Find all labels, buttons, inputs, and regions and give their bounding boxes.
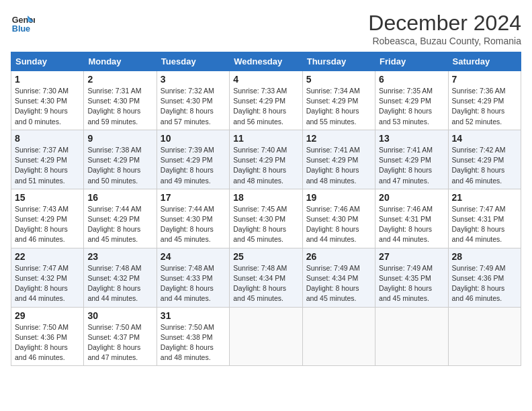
day-number: 19 <box>306 192 371 203</box>
day-info: Sunrise: 7:49 AMSunset: 4:34 PMDaylight:… <box>306 264 360 303</box>
day-info: Sunrise: 7:44 AMSunset: 4:30 PMDaylight:… <box>161 205 214 244</box>
day-cell-19: 19 Sunrise: 7:46 AMSunset: 4:30 PMDaylig… <box>302 189 375 248</box>
weekday-thursday: Thursday <box>302 52 375 71</box>
day-info: Sunrise: 7:48 AMSunset: 4:32 PMDaylight:… <box>87 264 141 303</box>
week-row-1: 1 Sunrise: 7:30 AMSunset: 4:30 PMDayligh… <box>11 71 521 130</box>
day-number: 6 <box>379 74 444 85</box>
day-cell-30: 30 Sunrise: 7:50 AMSunset: 4:37 PMDaylig… <box>84 307 157 366</box>
day-number: 23 <box>87 251 152 262</box>
weekday-tuesday: Tuesday <box>157 52 229 71</box>
day-number: 24 <box>161 251 226 262</box>
day-info: Sunrise: 7:47 AMSunset: 4:31 PMDaylight:… <box>452 205 506 244</box>
day-cell-27: 27 Sunrise: 7:49 AMSunset: 4:35 PMDaylig… <box>375 248 448 307</box>
day-number: 7 <box>452 74 517 85</box>
day-cell-18: 18 Sunrise: 7:45 AMSunset: 4:30 PMDaylig… <box>230 189 302 248</box>
day-cell-2: 2 Sunrise: 7:31 AMSunset: 4:30 PMDayligh… <box>84 71 157 130</box>
empty-cell <box>302 307 375 366</box>
day-info: Sunrise: 7:38 AMSunset: 4:29 PMDaylight:… <box>87 146 141 185</box>
weekday-wednesday: Wednesday <box>230 52 302 71</box>
weekday-saturday: Saturday <box>448 52 521 71</box>
day-number: 22 <box>15 251 80 262</box>
logo-icon: General Blue <box>11 11 35 35</box>
day-cell-15: 15 Sunrise: 7:43 AMSunset: 4:29 PMDaylig… <box>11 189 84 248</box>
day-info: Sunrise: 7:41 AMSunset: 4:29 PMDaylight:… <box>379 146 433 185</box>
day-cell-24: 24 Sunrise: 7:48 AMSunset: 4:33 PMDaylig… <box>157 248 229 307</box>
day-info: Sunrise: 7:35 AMSunset: 4:29 PMDaylight:… <box>379 87 433 126</box>
empty-cell <box>375 307 448 366</box>
day-info: Sunrise: 7:43 AMSunset: 4:29 PMDaylight:… <box>15 205 69 244</box>
day-cell-28: 28 Sunrise: 7:49 AMSunset: 4:36 PMDaylig… <box>448 248 521 307</box>
day-info: Sunrise: 7:40 AMSunset: 4:29 PMDaylight:… <box>233 146 287 185</box>
day-number: 27 <box>379 251 444 262</box>
day-number: 17 <box>161 192 226 203</box>
day-info: Sunrise: 7:50 AMSunset: 4:37 PMDaylight:… <box>87 323 141 362</box>
day-info: Sunrise: 7:46 AMSunset: 4:31 PMDaylight:… <box>379 205 433 244</box>
day-cell-3: 3 Sunrise: 7:32 AMSunset: 4:30 PMDayligh… <box>157 71 229 130</box>
day-number: 9 <box>87 133 152 144</box>
day-number: 29 <box>15 310 80 321</box>
day-info: Sunrise: 7:48 AMSunset: 4:34 PMDaylight:… <box>233 264 287 303</box>
calendar-table: SundayMondayTuesdayWednesdayThursdayFrid… <box>11 52 521 366</box>
svg-text:Blue: Blue <box>12 24 30 34</box>
week-row-5: 29 Sunrise: 7:50 AMSunset: 4:36 PMDaylig… <box>11 307 521 366</box>
weekday-monday: Monday <box>84 52 157 71</box>
day-number: 11 <box>233 133 298 144</box>
day-cell-26: 26 Sunrise: 7:49 AMSunset: 4:34 PMDaylig… <box>302 248 375 307</box>
day-cell-31: 31 Sunrise: 7:50 AMSunset: 4:38 PMDaylig… <box>157 307 229 366</box>
day-info: Sunrise: 7:47 AMSunset: 4:32 PMDaylight:… <box>15 264 69 303</box>
day-info: Sunrise: 7:46 AMSunset: 4:30 PMDaylight:… <box>306 205 360 244</box>
day-info: Sunrise: 7:33 AMSunset: 4:29 PMDaylight:… <box>233 87 287 126</box>
day-info: Sunrise: 7:50 AMSunset: 4:36 PMDaylight:… <box>15 323 69 362</box>
logo: General Blue <box>11 11 35 35</box>
day-number: 15 <box>15 192 80 203</box>
location: Robeasca, Buzau County, Romania <box>368 36 521 46</box>
day-info: Sunrise: 7:30 AMSunset: 4:30 PMDaylight:… <box>15 87 69 126</box>
day-info: Sunrise: 7:50 AMSunset: 4:38 PMDaylight:… <box>161 323 214 362</box>
day-cell-13: 13 Sunrise: 7:41 AMSunset: 4:29 PMDaylig… <box>375 130 448 189</box>
day-number: 3 <box>161 74 226 85</box>
day-cell-17: 17 Sunrise: 7:44 AMSunset: 4:30 PMDaylig… <box>157 189 229 248</box>
day-cell-12: 12 Sunrise: 7:41 AMSunset: 4:29 PMDaylig… <box>302 130 375 189</box>
day-cell-9: 9 Sunrise: 7:38 AMSunset: 4:29 PMDayligh… <box>84 130 157 189</box>
day-number: 5 <box>306 74 371 85</box>
day-number: 13 <box>379 133 444 144</box>
empty-cell <box>448 307 521 366</box>
day-info: Sunrise: 7:37 AMSunset: 4:29 PMDaylight:… <box>15 146 69 185</box>
page-header: General Blue December 2024 Robeasca, Buz… <box>11 11 521 46</box>
day-cell-29: 29 Sunrise: 7:50 AMSunset: 4:36 PMDaylig… <box>11 307 84 366</box>
day-info: Sunrise: 7:45 AMSunset: 4:30 PMDaylight:… <box>233 205 287 244</box>
day-cell-20: 20 Sunrise: 7:46 AMSunset: 4:31 PMDaylig… <box>375 189 448 248</box>
day-cell-7: 7 Sunrise: 7:36 AMSunset: 4:29 PMDayligh… <box>448 71 521 130</box>
day-cell-14: 14 Sunrise: 7:42 AMSunset: 4:29 PMDaylig… <box>448 130 521 189</box>
day-cell-8: 8 Sunrise: 7:37 AMSunset: 4:29 PMDayligh… <box>11 130 84 189</box>
day-number: 30 <box>87 310 152 321</box>
day-info: Sunrise: 7:49 AMSunset: 4:35 PMDaylight:… <box>379 264 433 303</box>
day-number: 21 <box>452 192 517 203</box>
day-number: 28 <box>452 251 517 262</box>
day-info: Sunrise: 7:48 AMSunset: 4:33 PMDaylight:… <box>161 264 214 303</box>
day-number: 8 <box>15 133 80 144</box>
day-number: 25 <box>233 251 298 262</box>
day-info: Sunrise: 7:42 AMSunset: 4:29 PMDaylight:… <box>452 146 506 185</box>
day-info: Sunrise: 7:36 AMSunset: 4:29 PMDaylight:… <box>452 87 506 126</box>
week-row-3: 15 Sunrise: 7:43 AMSunset: 4:29 PMDaylig… <box>11 189 521 248</box>
day-info: Sunrise: 7:32 AMSunset: 4:30 PMDaylight:… <box>161 87 214 126</box>
day-cell-1: 1 Sunrise: 7:30 AMSunset: 4:30 PMDayligh… <box>11 71 84 130</box>
day-number: 14 <box>452 133 517 144</box>
day-info: Sunrise: 7:34 AMSunset: 4:29 PMDaylight:… <box>306 87 360 126</box>
day-cell-23: 23 Sunrise: 7:48 AMSunset: 4:32 PMDaylig… <box>84 248 157 307</box>
day-number: 12 <box>306 133 371 144</box>
day-info: Sunrise: 7:44 AMSunset: 4:29 PMDaylight:… <box>87 205 141 244</box>
day-cell-10: 10 Sunrise: 7:39 AMSunset: 4:29 PMDaylig… <box>157 130 229 189</box>
day-info: Sunrise: 7:41 AMSunset: 4:29 PMDaylight:… <box>306 146 360 185</box>
weekday-friday: Friday <box>375 52 448 71</box>
day-number: 4 <box>233 74 298 85</box>
day-info: Sunrise: 7:39 AMSunset: 4:29 PMDaylight:… <box>161 146 214 185</box>
day-cell-4: 4 Sunrise: 7:33 AMSunset: 4:29 PMDayligh… <box>230 71 302 130</box>
weekday-header-row: SundayMondayTuesdayWednesdayThursdayFrid… <box>11 52 521 71</box>
day-cell-6: 6 Sunrise: 7:35 AMSunset: 4:29 PMDayligh… <box>375 71 448 130</box>
empty-cell <box>230 307 302 366</box>
day-number: 1 <box>15 74 80 85</box>
month-title: December 2024 <box>368 11 521 36</box>
day-info: Sunrise: 7:49 AMSunset: 4:36 PMDaylight:… <box>452 264 506 303</box>
